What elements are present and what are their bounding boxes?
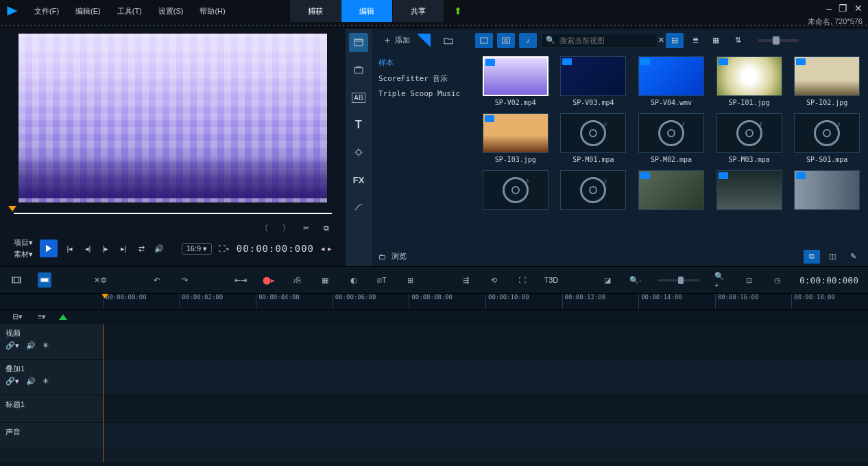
mark-out-icon[interactable]: 〕 [280,222,291,233]
lib-tab-title[interactable]: T [349,115,368,135]
track-body[interactable] [103,395,868,422]
sort-icon[interactable]: ⇅ [729,33,747,48]
track-head-title1[interactable]: 标题1 [0,395,103,422]
menu-help[interactable]: 帮助(H) [193,3,232,19]
tool-settings-icon[interactable]: ✕⚙ [94,272,107,288]
menu-tools[interactable]: 工具(T) [110,3,149,19]
library-item[interactable]: ♪SP-M02.mpa [637,113,706,163]
zoom-out-icon[interactable]: 🔍- [629,272,642,288]
fit-project-icon[interactable]: ⊡ [743,272,756,288]
library-item[interactable]: SP-I01.jpg [715,56,784,106]
category-scorefitter[interactable]: ScoreFitter 音乐 [378,73,467,84]
track-head-overlay1[interactable]: 叠加1 🔗▾🔊✳ [0,360,103,395]
split-icon[interactable]: ✂ [300,222,311,233]
subtitle-icon[interactable]: ⎚T [375,272,388,288]
clock-icon[interactable]: ◷ [771,272,784,288]
library-item[interactable]: ♪SP-S01.mpa [793,113,861,163]
lib-tab-filter[interactable]: FX [349,170,368,189]
track-head-audio[interactable]: 声音 [0,423,103,450]
lib-tab-instant[interactable] [349,60,368,80]
tab-edit[interactable]: 编辑 [341,0,393,22]
multicam-icon[interactable]: ▦ [319,272,332,288]
tab-capture[interactable]: 捕获 [290,0,341,22]
crop-icon[interactable]: ⛶ [516,272,529,288]
lib-tab-transition[interactable]: AB [349,88,368,107]
library-item[interactable]: SP-V04.wmv [637,56,706,106]
motion-icon[interactable]: ⇶ [459,272,472,288]
lib-tab-graphic[interactable] [349,143,368,162]
view-thumb-icon[interactable]: ▤ [666,33,684,48]
record-icon[interactable]: ⬤▸ [262,272,275,288]
category-triplescoop[interactable]: Triple Scoop Music [378,89,467,98]
go-end-icon[interactable]: ▸| [118,243,129,254]
project-mode-label[interactable]: 项目▾ [14,237,33,248]
import-folder-icon[interactable] [439,33,457,48]
library-item[interactable] [793,170,861,213]
mute-icon[interactable]: 🔊 [26,341,36,350]
browse-label[interactable]: 浏览 [391,251,407,261]
library-item[interactable]: SP-V02.mp4 [481,56,550,106]
fx-icon[interactable]: ✳ [43,377,49,386]
timeline-timecode[interactable]: 0:00:00:000 [799,275,858,286]
track-opt1-icon[interactable]: ⊟▾ [10,310,25,325]
scroll-up-icon[interactable] [59,314,67,320]
3d-title-icon[interactable]: T3D [544,272,559,288]
library-item[interactable]: ♪SP-M03.mpa [715,113,784,163]
menu-file[interactable]: 文件(F) [27,3,66,19]
tab-share[interactable]: 共享 [393,0,444,22]
mask-icon[interactable]: ◐ [347,272,360,288]
lib-tab-path[interactable] [349,198,368,217]
clear-search-icon[interactable]: ✕ [658,36,664,45]
menu-settings[interactable]: 设置(S) [152,3,191,19]
category-sample[interactable]: 样本 [378,58,467,68]
link-icon[interactable]: 🔗▾ [5,341,19,350]
seek-bar[interactable] [14,207,332,221]
timecode-nav-icon[interactable]: ◂ ▸ [321,243,332,254]
volume-icon[interactable]: 🔊 [154,243,165,254]
browse-folder-icon[interactable]: 🗀 [378,253,386,261]
track-opt2-icon[interactable]: ≡▾ [34,310,49,325]
footer-edit-icon[interactable]: ✎ [845,250,861,264]
playhead-icon[interactable] [8,206,16,211]
aspect-ratio-selector[interactable]: 16:9 ▾ [182,243,212,255]
chapter-icon[interactable]: ⊞ [404,272,417,288]
close-button[interactable]: ✕ [854,3,863,14]
maximize-button[interactable]: ❐ [839,3,847,14]
footer-panel1-icon[interactable]: ⧉ [804,250,820,264]
preview-timecode[interactable]: 00:00:00:000 [237,243,314,254]
menu-edit[interactable]: 编辑(E) [69,3,108,19]
step-fwd-icon[interactable]: |▸ [100,243,111,254]
library-search[interactable]: 🔍 ✕ [541,33,658,48]
minimize-button[interactable]: – [826,3,832,14]
library-item[interactable]: ♪ [481,170,550,213]
filter-audio-icon[interactable]: ♪ [519,33,537,48]
clip-mode-label[interactable]: 素材▾ [14,249,33,259]
step-back-icon[interactable]: ◂| [82,243,93,254]
view-list-icon[interactable]: ≣ [686,33,704,48]
library-item[interactable]: SP-V03.mp4 [559,56,628,106]
rotate-icon[interactable]: ⟲ [487,272,501,288]
track-body[interactable] [103,423,868,450]
add-media-button[interactable]: ＋添加 [377,32,415,49]
timeline-ruler[interactable]: 00:00:00:0000:00:02:0000:00:04:0000:00:0… [0,294,868,309]
track-body[interactable] [103,324,868,359]
view-grid-icon[interactable]: ▦ [707,33,725,48]
zoom-in-icon[interactable]: 🔍+ [714,272,727,288]
storyboard-view-icon[interactable] [10,272,23,288]
snapshot-icon[interactable]: ⧉ [321,222,332,233]
library-item[interactable]: SP-I02.jpg [793,56,861,106]
panel-grip-top[interactable] [0,22,868,29]
fx-icon[interactable]: ✳ [43,341,49,350]
library-item[interactable]: ♪SP-M01.mpa [559,113,628,163]
timeline-view-icon[interactable] [38,272,51,288]
redo-icon[interactable]: ↷ [178,272,191,288]
upload-icon[interactable]: ⬆ [454,5,462,16]
link-icon[interactable]: 🔗▾ [5,377,19,386]
footer-panel2-icon[interactable]: ◫ [824,250,841,264]
preview-video[interactable] [18,33,328,203]
library-item[interactable]: SP-I03.jpg [481,113,550,163]
thumb-zoom-slider[interactable] [758,39,799,42]
library-item[interactable]: ♪ [559,170,628,213]
loop-icon[interactable]: ⇄ [136,243,147,254]
pin-icon[interactable] [417,34,431,47]
